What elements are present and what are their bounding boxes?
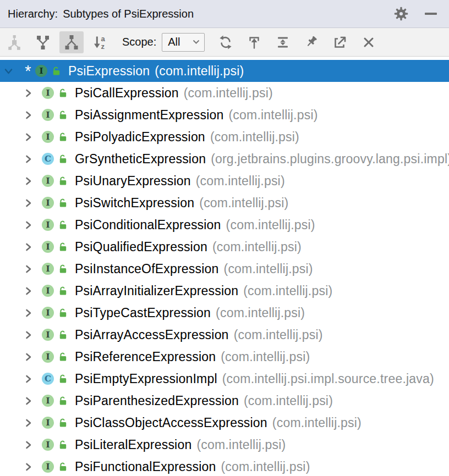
scope-value: All bbox=[168, 36, 180, 48]
class-name: PsiEmptyExpressionImpl bbox=[75, 372, 217, 386]
gear-icon[interactable] bbox=[392, 4, 410, 23]
interface-icon: I bbox=[42, 395, 54, 407]
class-name: PsiSwitchExpression bbox=[75, 196, 194, 211]
subtypes-hierarchy-icon[interactable] bbox=[59, 31, 84, 53]
unlocked-padlock-icon bbox=[58, 198, 68, 208]
interface-icon: I bbox=[42, 87, 54, 99]
package-name: (com.intellij.psi) bbox=[196, 438, 286, 452]
class-name: PsiExpression bbox=[68, 64, 150, 79]
scope-dropdown[interactable]: All bbox=[162, 33, 205, 52]
tree-row[interactable]: I PsiParenthesizedExpression (com.intell… bbox=[0, 390, 449, 412]
class-name: PsiClassObjectAccessExpression bbox=[75, 416, 267, 430]
class-name: PsiArrayInitializerExpression bbox=[75, 284, 238, 298]
unlocked-padlock-icon bbox=[58, 154, 68, 164]
expand-chevron-icon[interactable] bbox=[22, 241, 34, 253]
tree-row[interactable]: I PsiTypeCastExpression (com.intellij.ps… bbox=[0, 302, 449, 324]
expand-chevron-icon[interactable] bbox=[22, 439, 34, 451]
interface-icon: I bbox=[42, 307, 54, 319]
package-name: (com.intellij.psi) bbox=[229, 108, 318, 123]
tree-row[interactable]: I PsiFunctionalExpression (com.intellij.… bbox=[0, 456, 449, 476]
unlocked-padlock-icon bbox=[58, 462, 68, 472]
changed-marker: * bbox=[22, 60, 34, 82]
export-icon[interactable] bbox=[328, 31, 352, 53]
unlocked-padlock-icon bbox=[58, 286, 68, 296]
tree-row[interactable]: C GrSyntheticExpression (org.jetbrains.p… bbox=[0, 148, 449, 170]
expand-chevron-icon[interactable] bbox=[22, 285, 34, 297]
tree-row[interactable]: I PsiLiteralExpression (com.intellij.psi… bbox=[0, 434, 449, 456]
unlocked-padlock-icon bbox=[58, 242, 68, 252]
class-name: PsiReferenceExpression bbox=[75, 350, 216, 364]
expand-chevron-icon[interactable] bbox=[22, 329, 34, 341]
svg-text:z: z bbox=[101, 42, 105, 50]
interface-icon: I bbox=[42, 351, 54, 363]
expand-chevron-icon[interactable] bbox=[22, 197, 34, 209]
unlocked-padlock-icon bbox=[58, 374, 68, 384]
tree-row[interactable]: I PsiSwitchExpression (com.intellij.psi) bbox=[0, 192, 449, 214]
class-name: PsiPolyadicExpression bbox=[75, 130, 205, 145]
tree-row[interactable]: * I PsiExpression (com.intellij.psi) bbox=[0, 60, 449, 82]
expand-chevron-icon[interactable] bbox=[22, 373, 34, 385]
chevron-down-icon bbox=[193, 40, 200, 45]
expand-chevron-icon[interactable] bbox=[22, 263, 34, 275]
expand-chevron-icon[interactable] bbox=[2, 65, 14, 77]
expand-chevron-icon[interactable] bbox=[22, 461, 34, 473]
class-name: PsiParenthesizedExpression bbox=[75, 394, 239, 408]
base-on-this-class-icon[interactable] bbox=[242, 31, 266, 53]
sort-alphabetically-icon[interactable]: a z bbox=[88, 31, 112, 53]
package-name: (com.intellij.psi) bbox=[221, 460, 310, 474]
tree-row[interactable]: I PsiAssignmentExpression (com.intellij.… bbox=[0, 104, 449, 126]
tree-row[interactable]: C PsiEmptyExpressionImpl (com.intellij.p… bbox=[0, 368, 449, 390]
tree-row[interactable]: I PsiUnaryExpression (com.intellij.psi) bbox=[0, 170, 449, 192]
expand-chevron-icon[interactable] bbox=[22, 87, 34, 99]
unlocked-padlock-icon bbox=[58, 308, 68, 318]
expand-chevron-icon[interactable] bbox=[22, 153, 34, 165]
unlocked-padlock-icon bbox=[58, 396, 68, 406]
minimize-icon[interactable] bbox=[421, 4, 440, 23]
package-name: (com.intellij.psi) bbox=[196, 174, 285, 189]
tree-row[interactable]: I PsiClassObjectAccessExpression (com.in… bbox=[0, 412, 449, 434]
tree-row[interactable]: I PsiConditionalExpression (com.intellij… bbox=[0, 214, 449, 236]
interface-icon: I bbox=[42, 461, 54, 473]
class-name: PsiInstanceOfExpression bbox=[75, 262, 219, 276]
expand-chevron-icon[interactable] bbox=[22, 351, 34, 363]
interface-icon: I bbox=[42, 109, 54, 121]
package-name: (com.intellij.psi) bbox=[212, 240, 302, 254]
class-name: PsiFunctionalExpression bbox=[75, 460, 216, 474]
unlocked-padlock-icon bbox=[58, 440, 68, 450]
refresh-icon[interactable] bbox=[213, 31, 238, 53]
expand-chevron-icon[interactable] bbox=[22, 175, 34, 187]
interface-icon: I bbox=[42, 219, 54, 231]
unlocked-padlock-icon bbox=[58, 220, 68, 230]
tree-row[interactable]: I PsiInstanceOfExpression (com.intellij.… bbox=[0, 258, 449, 280]
tree-row[interactable]: I PsiCallExpression (com.intellij.psi) bbox=[0, 82, 449, 104]
supertypes-hierarchy-icon[interactable] bbox=[31, 31, 55, 53]
tree-row[interactable]: I PsiArrayInitializerExpression (com.int… bbox=[0, 280, 449, 302]
tree-row[interactable]: I PsiQualifiedExpression (com.intellij.p… bbox=[0, 236, 449, 258]
expand-chevron-icon[interactable] bbox=[22, 109, 34, 121]
scope-label: Scope: bbox=[122, 36, 156, 48]
interface-icon: I bbox=[42, 417, 54, 429]
tree-row[interactable]: I PsiReferenceExpression (com.intellij.p… bbox=[0, 346, 449, 368]
close-icon[interactable] bbox=[357, 31, 381, 53]
package-name: (com.intellij.psi) bbox=[243, 284, 332, 298]
tree-row[interactable]: I PsiPolyadicExpression (com.intellij.ps… bbox=[0, 126, 449, 148]
pin-icon[interactable] bbox=[299, 31, 324, 53]
class-name: PsiConditionalExpression bbox=[75, 218, 221, 233]
tree-row[interactable]: I PsiArrayAccessExpression (com.intellij… bbox=[0, 324, 449, 346]
interface-icon: I bbox=[42, 285, 54, 297]
unlocked-padlock-icon bbox=[58, 88, 68, 98]
package-name: (com.intellij.psi) bbox=[210, 130, 299, 145]
expand-collapse-icon[interactable] bbox=[271, 31, 295, 53]
class-name: PsiQualifiedExpression bbox=[75, 240, 207, 254]
expand-chevron-icon[interactable] bbox=[22, 307, 34, 319]
expand-chevron-icon[interactable] bbox=[22, 219, 34, 231]
class-icon: C bbox=[42, 373, 54, 385]
titlebar-title: Subtypes of PsiExpression bbox=[63, 8, 194, 20]
class-name: PsiCallExpression bbox=[75, 86, 179, 101]
interface-icon: I bbox=[42, 329, 54, 341]
expand-chevron-icon[interactable] bbox=[22, 131, 34, 143]
package-name: (com.intellij.psi) bbox=[199, 196, 288, 211]
expand-chevron-icon[interactable] bbox=[22, 395, 34, 407]
expand-chevron-icon[interactable] bbox=[22, 417, 34, 429]
unlocked-padlock-icon bbox=[58, 132, 68, 142]
